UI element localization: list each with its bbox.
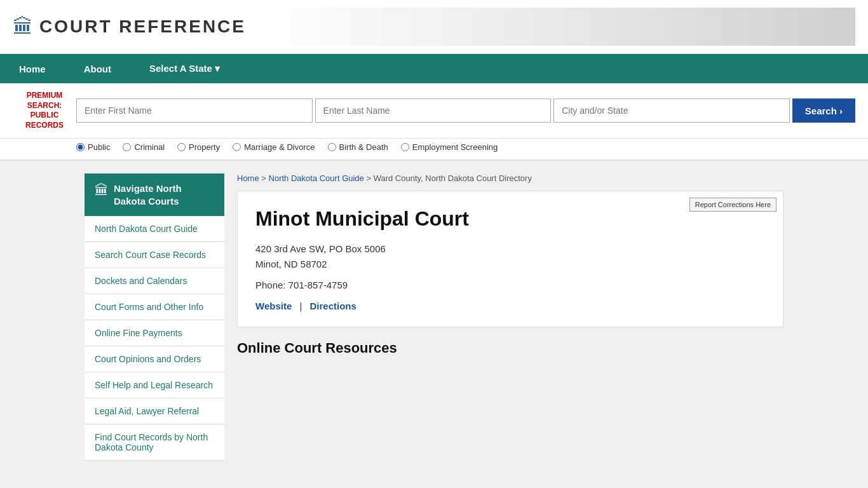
nav-select-state[interactable]: Select A State ▾ bbox=[130, 54, 239, 83]
sidebar-item-find-records: Find Court Records by North Dakota Count… bbox=[85, 424, 224, 461]
search-bar: PREMIUM SEARCH: PUBLIC RECORDS Search › bbox=[0, 83, 868, 139]
site-header: 🏛 COURT REFERENCE bbox=[0, 0, 868, 54]
radio-public[interactable]: Public bbox=[76, 142, 110, 152]
sidebar-header-text: Navigate North Dakota Courts bbox=[114, 182, 214, 207]
breadcrumb: Home > North Dakota Court Guide > Ward C… bbox=[237, 173, 783, 183]
sidebar: 🏛 Navigate North Dakota Courts North Dak… bbox=[85, 173, 224, 461]
radio-property[interactable]: Property bbox=[177, 142, 220, 152]
radio-employment[interactable]: Employment Screening bbox=[401, 142, 498, 152]
breadcrumb-current: Ward County, North Dakota Court Director… bbox=[374, 173, 532, 183]
phone-label: Phone: bbox=[255, 280, 286, 290]
breadcrumb-sep1: > bbox=[261, 173, 268, 183]
sidebar-link-forms[interactable]: Court Forms and Other Info bbox=[85, 294, 224, 320]
court-phone: Phone: 701-857-4759 bbox=[255, 280, 765, 290]
radio-public-label: Public bbox=[88, 142, 110, 152]
nav-home[interactable]: Home bbox=[0, 54, 65, 83]
sidebar-item-legal-aid: Legal Aid, Lawyer Referral bbox=[85, 398, 224, 424]
sidebar-header-icon: 🏛 bbox=[95, 182, 109, 199]
city-state-input[interactable] bbox=[553, 98, 790, 123]
link-separator: | bbox=[299, 301, 302, 311]
sidebar-item-fines: Online Fine Payments bbox=[85, 320, 224, 346]
nav-about[interactable]: About bbox=[65, 54, 130, 83]
main-content: Home > North Dakota Court Guide > Ward C… bbox=[237, 173, 783, 461]
sidebar-link-dockets[interactable]: Dockets and Calendars bbox=[85, 268, 224, 294]
site-title: COURT REFERENCE bbox=[39, 17, 246, 37]
phone-number: 701-857-4759 bbox=[288, 280, 348, 290]
radio-employment-label: Employment Screening bbox=[412, 142, 498, 152]
last-name-input[interactable] bbox=[315, 98, 552, 123]
website-link[interactable]: Website bbox=[255, 301, 292, 311]
sidebar-link-search-records[interactable]: Search Court Case Records bbox=[85, 242, 224, 268]
sidebar-header[interactable]: 🏛 Navigate North Dakota Courts bbox=[85, 173, 224, 216]
radio-property-label: Property bbox=[189, 142, 220, 152]
sidebar-link-self-help[interactable]: Self Help and Legal Research bbox=[85, 372, 224, 398]
search-inputs: Search › bbox=[76, 98, 855, 123]
main-layout: 🏛 Navigate North Dakota Courts North Dak… bbox=[85, 173, 783, 461]
court-links: Website | Directions bbox=[255, 301, 765, 311]
radio-criminal-label: Criminal bbox=[134, 142, 165, 152]
sidebar-item-search-records: Search Court Case Records bbox=[85, 242, 224, 268]
online-resources: Online Court Resources bbox=[237, 340, 783, 356]
court-address-line1: 420 3rd Ave SW, PO Box 5006 bbox=[255, 243, 386, 254]
main-navbar: Home About Select A State ▾ bbox=[0, 54, 868, 83]
sidebar-link-fines[interactable]: Online Fine Payments bbox=[85, 320, 224, 346]
first-name-input[interactable] bbox=[76, 98, 313, 123]
premium-label: PREMIUM SEARCH: PUBLIC RECORDS bbox=[13, 91, 76, 130]
breadcrumb-home[interactable]: Home bbox=[237, 173, 259, 183]
court-address: 420 3rd Ave SW, PO Box 5006 Minot, ND 58… bbox=[255, 241, 765, 272]
sidebar-item-dockets: Dockets and Calendars bbox=[85, 268, 224, 294]
logo-area: 🏛 COURT REFERENCE bbox=[13, 15, 246, 39]
court-card: Report Corrections Here Minot Municipal … bbox=[237, 191, 783, 327]
sidebar-link-nd-court-guide[interactable]: North Dakota Court Guide bbox=[85, 216, 224, 241]
search-button[interactable]: Search › bbox=[792, 98, 855, 123]
sidebar-link-opinions[interactable]: Court Opinions and Orders bbox=[85, 346, 224, 372]
breadcrumb-nd-guide[interactable]: North Dakota Court Guide bbox=[269, 173, 364, 183]
sidebar-item-self-help: Self Help and Legal Research bbox=[85, 372, 224, 398]
online-resources-heading: Online Court Resources bbox=[237, 340, 783, 356]
breadcrumb-sep2: > bbox=[366, 173, 373, 183]
directions-link[interactable]: Directions bbox=[310, 301, 356, 311]
radio-row: Public Criminal Property Marriage & Divo… bbox=[0, 139, 868, 161]
radio-criminal[interactable]: Criminal bbox=[123, 142, 165, 152]
radio-marriage[interactable]: Marriage & Divorce bbox=[233, 142, 315, 152]
sidebar-link-legal-aid[interactable]: Legal Aid, Lawyer Referral bbox=[85, 398, 224, 424]
radio-birth[interactable]: Birth & Death bbox=[328, 142, 388, 152]
sidebar-item-forms: Court Forms and Other Info bbox=[85, 294, 224, 320]
header-background bbox=[259, 8, 855, 46]
sidebar-item-nd-court-guide: North Dakota Court Guide bbox=[85, 216, 224, 242]
radio-marriage-label: Marriage & Divorce bbox=[244, 142, 315, 152]
court-logo-icon: 🏛 bbox=[13, 15, 33, 39]
sidebar-item-opinions: Court Opinions and Orders bbox=[85, 346, 224, 372]
court-name: Minot Municipal Court bbox=[255, 207, 765, 231]
court-address-line2: Minot, ND 58702 bbox=[255, 259, 327, 269]
radio-birth-label: Birth & Death bbox=[339, 142, 388, 152]
report-corrections-button[interactable]: Report Corrections Here bbox=[689, 198, 776, 212]
sidebar-link-find-records[interactable]: Find Court Records by North Dakota Count… bbox=[85, 424, 224, 460]
